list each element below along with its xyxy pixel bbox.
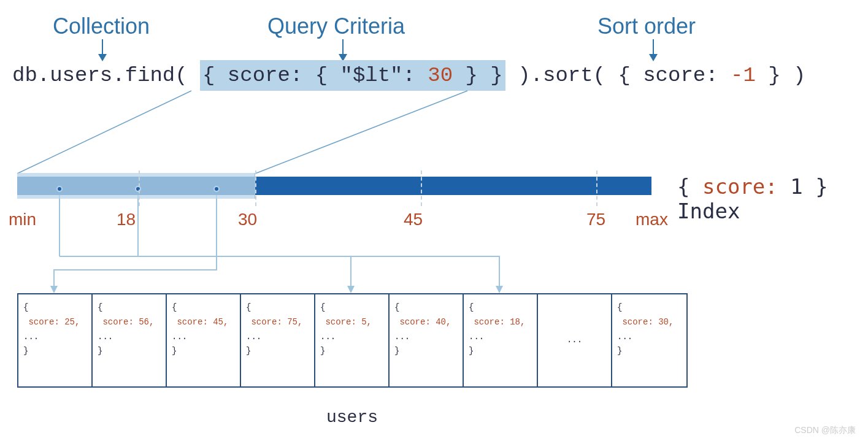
axis-tick bbox=[596, 171, 597, 206]
doc-cell: { score: 45, ... } bbox=[167, 294, 241, 386]
code-seg-sort-prefix: ).sort( { score: bbox=[505, 64, 731, 87]
axis-label-45: 45 bbox=[404, 210, 423, 229]
axis-tick bbox=[255, 171, 256, 206]
doc-cell: { score: 56, ... } bbox=[93, 294, 167, 386]
code-seg-hl-open: { score: { "$lt": bbox=[202, 64, 428, 87]
heading-sort-order: Sort order bbox=[597, 13, 696, 39]
index-pin bbox=[135, 186, 141, 192]
index-label-key: score: bbox=[702, 174, 778, 199]
axis-label-max: max bbox=[636, 210, 668, 229]
doc-cell-ellipsis: ... bbox=[538, 294, 612, 386]
svg-marker-5 bbox=[649, 54, 658, 61]
code-seg-hl-close: } } bbox=[453, 64, 503, 87]
arrow-down-icon bbox=[647, 38, 660, 63]
doc-cell: { score: 18, ... } bbox=[464, 294, 538, 386]
query-code-line: db.users.find( { score: { "$lt": 30 } } … bbox=[12, 64, 805, 87]
axis-label-30: 30 bbox=[238, 210, 257, 229]
index-spec-label: { score: 1 } Index bbox=[677, 174, 868, 223]
axis-label-18: 18 bbox=[117, 210, 136, 229]
axis-tick bbox=[421, 171, 422, 206]
doc-cell: { score: 75, ... } bbox=[241, 294, 315, 386]
index-label-open: { bbox=[677, 174, 702, 199]
doc-cell: { score: 5, ... } bbox=[315, 294, 390, 386]
doc-cell: { score: 25, ... } bbox=[18, 294, 93, 386]
index-pin bbox=[213, 186, 220, 192]
code-seg-sort-num: -1 bbox=[731, 64, 756, 87]
index-label-word: Index bbox=[677, 199, 740, 223]
heading-collection: Collection bbox=[53, 13, 150, 39]
code-seg-prefix: db.users.find( bbox=[12, 64, 200, 87]
svg-marker-13 bbox=[50, 286, 58, 293]
index-label-val: 1 bbox=[778, 174, 803, 199]
code-seg-suffix: } ) bbox=[756, 64, 806, 87]
heading-query-criteria: Query Criteria bbox=[267, 13, 405, 39]
doc-cell: { score: 30, ... } bbox=[612, 294, 686, 386]
documents-row: { score: 25, ... } { score: 56, ... } { … bbox=[17, 293, 688, 388]
code-highlight: { score: { "$lt": 30 } } bbox=[200, 60, 505, 91]
arrow-down-icon bbox=[96, 38, 109, 63]
doc-cell: { score: 40, ... } bbox=[390, 294, 464, 386]
svg-line-6 bbox=[17, 91, 191, 174]
arrow-down-icon bbox=[336, 38, 350, 63]
axis-label-75: 75 bbox=[586, 210, 605, 229]
svg-marker-11 bbox=[347, 286, 355, 293]
collection-name-label: users bbox=[326, 408, 378, 427]
watermark: CSDN @陈亦康 bbox=[794, 425, 856, 436]
index-label-close: } bbox=[803, 174, 828, 199]
axis-label-min: min bbox=[9, 210, 36, 229]
svg-marker-1 bbox=[98, 54, 107, 61]
svg-marker-12 bbox=[496, 286, 503, 293]
index-pin bbox=[56, 186, 63, 192]
axis-tick bbox=[139, 171, 140, 206]
index-bar bbox=[17, 177, 651, 195]
svg-line-7 bbox=[255, 91, 467, 174]
code-seg-hl-num: 30 bbox=[428, 64, 453, 87]
